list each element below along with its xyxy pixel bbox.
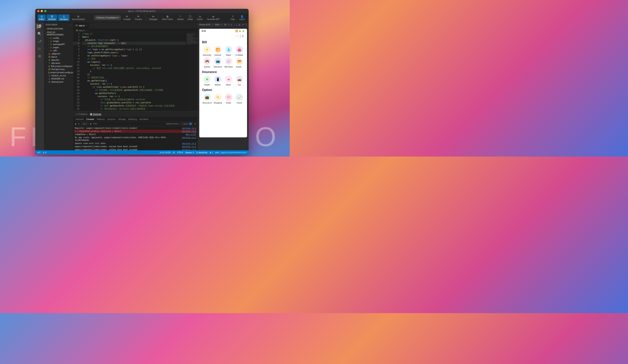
folder-utils[interactable]: 🗀utils xyxy=(45,49,73,52)
scm-icon[interactable]: ⎇ xyxy=(37,39,42,44)
settings-gear-icon[interactable]: ⚙ xyxy=(194,123,196,125)
cut-icon[interactable]: ✂ xyxy=(242,24,243,26)
generate-app-button[interactable]: ⊕Generate APP xyxy=(205,14,221,21)
json-icon: {} xyxy=(48,81,51,83)
context-select[interactable]: top ▾ xyxy=(81,122,88,125)
open-editors-section[interactable]: OPEN EDITORS xyxy=(44,27,73,31)
app-item-games[interactable]: 🎮Games xyxy=(202,58,212,68)
phone-preview[interactable]: 9:41 📶 📡 🔋 ⋯|◎ Bill⚡Electricity📶Internet… xyxy=(199,29,247,137)
app-item-motor[interactable]: 🏍Motor xyxy=(224,76,234,86)
debugger-button[interactable]: ⌲Debugger xyxy=(148,14,159,21)
app-item-merchant[interactable]: 🛒Merchant xyxy=(224,58,234,68)
compile-button[interactable]: ⟳Compile xyxy=(122,14,132,21)
devtools-button[interactable]: ☰Devtools xyxy=(47,14,57,21)
file-project.private.config.json[interactable]: {}project.private.config.json xyxy=(45,71,73,74)
app-item-internet[interactable]: 📶Internet xyxy=(213,46,223,56)
app-item-deals[interactable]: 🏷Deals xyxy=(224,94,234,104)
app-item-invest[interactable]: 📈Invest xyxy=(234,94,244,104)
issues-badge[interactable]: 1 Issue: 1 xyxy=(181,122,193,125)
app-item-water[interactable]: 💧Water xyxy=(224,46,234,56)
file-app.wxss[interactable]: #app.wxss xyxy=(45,62,73,65)
status-lang[interactable]: {} JavaScript xyxy=(196,151,207,154)
folder-pages[interactable]: 🗀pages xyxy=(45,46,73,49)
status-spaces[interactable]: Spaces: 4 xyxy=(185,151,194,154)
detail-button[interactable]: ⓘDetail xyxy=(186,14,194,21)
levels-select[interactable]: Default levels ▾ xyxy=(166,123,179,125)
status-errors[interactable]: ⊘ 0 xyxy=(37,151,40,154)
rotate-icon[interactable]: ▯ xyxy=(231,24,232,26)
devtab-console[interactable]: Console xyxy=(86,118,94,120)
app-item-shopping[interactable]: 🛍Shopping xyxy=(213,94,223,104)
status-eol[interactable]: LF xyxy=(173,151,175,154)
home-icon[interactable]: ⌂ xyxy=(236,24,237,26)
maximize-window-icon[interactable] xyxy=(44,10,46,12)
documentation-button[interactable]: 🗎Documentation xyxy=(70,14,86,21)
device-select[interactable]: iPhone 6/7/8 xyxy=(199,24,210,26)
app-item-health[interactable]: ✚Health xyxy=(202,76,212,86)
location-icon[interactable]: ◎ xyxy=(239,24,240,26)
project-section[interactable]: FINCLIP-MINIPROGRAM1 xyxy=(44,31,73,36)
app-item-electricity[interactable]: ⚡Electricity xyxy=(202,46,212,56)
eye-icon[interactable]: ◉ xyxy=(90,123,92,125)
extensions-icon[interactable]: ⊞ xyxy=(37,54,42,59)
devtab-sources[interactable]: Sources xyxy=(107,118,115,120)
minimap[interactable]: ▪▪▪▪▪▪▪▪ ▪▪▪▪▪ ▪▪▪▪▪▪▪▪▪▪▪▪▪▪▪▪▪▪▪▪▪▪▪▪▪… xyxy=(186,32,198,111)
file-README.md[interactable]: ◎README.md xyxy=(45,77,73,80)
file-readme_en.md[interactable]: ◎readme_en.md xyxy=(45,74,73,77)
expand-icon[interactable]: ⛶ xyxy=(245,24,247,26)
devtab-api mock[interactable]: Api Mock xyxy=(140,118,148,120)
preview-button[interactable]: 👁Preview xyxy=(133,14,144,21)
devtab-element[interactable]: Element xyxy=(76,118,83,120)
folder-image[interactable]: 🗀image xyxy=(45,40,73,43)
close-window-icon[interactable] xyxy=(37,10,39,12)
capsule-button[interactable]: ⋯|◎ xyxy=(235,34,245,38)
file-app.js[interactable]: JSapp.js xyxy=(45,55,73,58)
folder-config[interactable]: 🗀config xyxy=(45,36,73,40)
devtab-buildlog[interactable]: BuildLog xyxy=(128,118,137,120)
tab-app-js[interactable]: JS app.js × xyxy=(73,22,89,28)
debug-icon[interactable]: ▷ xyxy=(37,46,42,51)
clear-cache-button[interactable]: 🗑Clear Cache xyxy=(160,14,175,21)
code-editor[interactable]: 1234567891011121314151617181920212223242… xyxy=(73,32,198,111)
filter-input[interactable] xyxy=(93,123,164,125)
upload-button[interactable]: ⤴Upload xyxy=(176,14,185,21)
devtab-storage[interactable]: Storage xyxy=(118,118,126,120)
more-icon[interactable]: ⋯ xyxy=(69,24,72,26)
app-item-e-wallet[interactable]: 👛E-Wallet xyxy=(234,46,244,56)
login-button[interactable]: 👤Log in xyxy=(238,14,246,21)
minimize-window-icon[interactable] xyxy=(41,10,43,12)
breadcrumb[interactable]: JS app.js › ... xyxy=(73,28,198,32)
close-icon[interactable]: × xyxy=(86,24,87,27)
record-icon[interactable]: ◉ xyxy=(75,123,77,125)
file-FinClipConf.js[interactable]: JSFinClipConf.js xyxy=(45,68,73,71)
app-item-television[interactable]: 📺Television xyxy=(213,58,223,68)
status-warnings[interactable]: ⚠ 0 xyxy=(43,151,46,154)
explorer-icon[interactable]: 🗐 xyxy=(37,24,42,29)
search-icon[interactable]: 🔍 xyxy=(37,31,42,36)
status-encoding[interactable]: UTF-8 xyxy=(177,151,183,154)
app-item-car[interactable]: 🚗Car xyxy=(234,76,244,86)
file-.gitignore[interactable]: ◆.gitignore xyxy=(45,52,73,55)
folder-packageAPI[interactable]: 🗀packageAPI xyxy=(45,43,73,46)
help-button[interactable]: ?Help xyxy=(229,14,237,21)
compile-mode-select[interactable]: Ordinary Compilation ▾ xyxy=(94,15,121,20)
devtools-tab[interactable]: ▣Devtools xyxy=(90,113,101,115)
zoom-select[interactable]: 100% xyxy=(215,24,220,26)
simulator-button[interactable]: ▯Simulator xyxy=(58,14,70,21)
export-button[interactable]: ⇲Export xyxy=(195,14,204,21)
file-fide.project.config.json[interactable]: {}fide.project.config.json xyxy=(45,65,73,68)
font-select[interactable]: 16 xyxy=(224,24,226,26)
status-path[interactable]: path : pages/component/index/index xyxy=(215,151,247,154)
problems-tab[interactable]: ⚠Problems xyxy=(76,113,87,115)
editor-button[interactable]: ⟨⟩Editor xyxy=(38,14,46,21)
status-ln-col[interactable]: Ln 4, Col 35 xyxy=(160,151,170,154)
app-item-install-[interactable]: 💳Install... xyxy=(234,58,244,68)
clear-console-icon[interactable]: ⊘ xyxy=(78,123,80,125)
devtab-network[interactable]: Network xyxy=(97,118,105,120)
status-rt[interactable]: ⊕ 1 xyxy=(210,151,213,154)
file-app.json[interactable]: {}app.json xyxy=(45,58,73,62)
app-item-mobile[interactable]: 📱Mobile xyxy=(213,76,223,86)
file-sitemap.json[interactable]: {}sitemap.json xyxy=(45,80,73,83)
app-icon: 💼 xyxy=(204,94,211,101)
app-item-assurance[interactable]: 💼Assurance xyxy=(202,94,212,104)
